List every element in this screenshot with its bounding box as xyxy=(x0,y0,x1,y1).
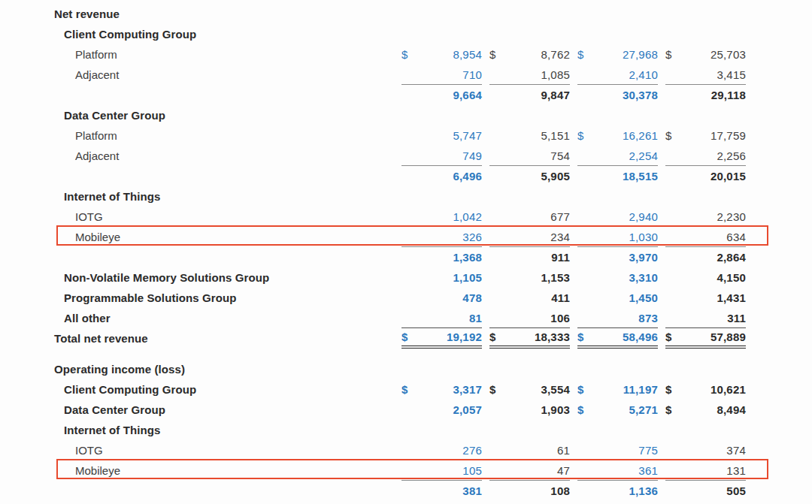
cell-value: 2,410 xyxy=(629,68,658,81)
cell-value: 5,905 xyxy=(541,170,570,183)
cell-oi-subtotal-col3: 1,136 xyxy=(577,481,658,501)
cell-oi-iotg-col4: 374 xyxy=(665,440,746,460)
cell-oi-dcg-col3: $5,271 xyxy=(577,400,658,420)
cell-value: 710 xyxy=(462,68,482,81)
cell-value: 18,515 xyxy=(623,170,658,183)
cell-value: 27,968 xyxy=(623,48,658,61)
cell-ccg-adjacent-col3: 2,410 xyxy=(577,65,658,85)
cell-value: 5,151 xyxy=(541,129,570,142)
cell-nvm-group-col1: 1,105 xyxy=(401,267,482,288)
cell-value: 16,261 xyxy=(623,129,658,142)
row-iot-mobileye: Mobileye3262341,030634 xyxy=(0,227,746,247)
cell-all-other-col3: 873 xyxy=(577,308,658,328)
cell-value: 1,085 xyxy=(541,68,570,81)
cell-ccg-subtotal-col4: 29,118 xyxy=(665,85,746,105)
cell-value: 2,057 xyxy=(453,403,482,416)
cell-all-other-col1: 81 xyxy=(401,308,482,328)
cell-oi-ccg-col4: $10,621 xyxy=(665,379,746,400)
row-label: IOTG xyxy=(0,444,394,457)
cell-value: 2,940 xyxy=(629,210,658,223)
cell-value: 3,970 xyxy=(629,251,658,264)
cell-value: 25,703 xyxy=(710,48,746,61)
cell-value: 1,105 xyxy=(453,271,482,284)
cell-nvm-group-col3: 3,310 xyxy=(577,267,658,288)
cell-ccg-subtotal-col2: 9,847 xyxy=(489,85,570,105)
financial-table: Net revenueClient Computing GroupPlatfor… xyxy=(0,0,812,504)
row-label: Data Center Group xyxy=(0,403,394,416)
cell-value: 131 xyxy=(726,464,746,477)
row-psg-group: Programmable Solutions Group4784111,4501… xyxy=(0,288,746,308)
cell-value: 11,197 xyxy=(623,383,658,396)
cell-dcg-adjacent-col3: 2,254 xyxy=(577,146,658,166)
cell-oi-dcg-col2: 1,903 xyxy=(489,400,570,420)
cell-value: 30,378 xyxy=(623,89,658,101)
cell-nvm-group-col4: 4,150 xyxy=(665,267,746,288)
dollar-sign: $ xyxy=(665,383,671,396)
cell-psg-group-col3: 1,450 xyxy=(577,288,658,308)
cell-value: 326 xyxy=(462,231,482,243)
cell-dcg-adjacent-col4: 2,256 xyxy=(665,146,746,166)
row-operating-income-header: Operating income (loss) xyxy=(0,359,746,379)
cell-ccg-subtotal-col1: 9,664 xyxy=(401,85,482,105)
row-label: Client Computing Group xyxy=(0,28,746,41)
cell-value: 6,496 xyxy=(453,170,482,183)
cell-iot-subtotal-col4: 2,864 xyxy=(665,247,746,267)
cell-value: 8,494 xyxy=(717,403,746,416)
cell-value: 105 xyxy=(462,464,482,477)
cell-value: 754 xyxy=(550,149,570,162)
row-oi-subtotal: 3811081,136505 xyxy=(0,481,746,501)
cell-total-net-revenue-col2: $18,333 xyxy=(489,328,570,349)
cell-value: 234 xyxy=(550,231,570,243)
dollar-sign: $ xyxy=(577,383,583,396)
cell-ccg-platform-col3: $27,968 xyxy=(577,44,658,65)
cell-dcg-adjacent-col1: 749 xyxy=(401,146,482,166)
cell-value: 2,254 xyxy=(629,149,658,162)
cell-nvm-group-col2: 1,153 xyxy=(489,267,570,288)
cell-dcg-subtotal-col3: 18,515 xyxy=(577,166,658,186)
cell-value: 8,954 xyxy=(453,48,482,61)
cell-value: 9,664 xyxy=(453,89,482,101)
cell-value: 1,153 xyxy=(541,271,570,284)
cell-value: 2,864 xyxy=(717,251,746,264)
cell-oi-mobileye-col2: 47 xyxy=(489,460,570,481)
cell-value: 3,310 xyxy=(629,271,658,284)
row-nvm-group: Non-Volatile Memory Solutions Group1,105… xyxy=(0,267,746,288)
cell-value: 1,450 xyxy=(629,291,658,304)
row-label: Internet of Things xyxy=(0,424,746,436)
row-dcg-adjacent: Adjacent7497542,2542,256 xyxy=(0,146,746,166)
cell-iot-iotg-col3: 2,940 xyxy=(577,207,658,227)
cell-value: 2,230 xyxy=(717,210,746,223)
cell-value: 374 xyxy=(726,444,746,457)
dollar-sign: $ xyxy=(401,383,408,396)
dollar-sign: $ xyxy=(665,48,671,61)
cell-iot-mobileye-col4: 634 xyxy=(665,227,746,247)
cell-value: 1,431 xyxy=(717,291,746,304)
cell-oi-mobileye-col3: 361 xyxy=(577,460,658,481)
row-oi-dcg: Data Center Group2,0571,903$5,271$8,494 xyxy=(0,400,746,420)
dollar-sign: $ xyxy=(489,330,495,343)
cell-value: 29,118 xyxy=(711,89,746,101)
cell-ccg-adjacent-col1: 710 xyxy=(401,65,482,85)
cell-oi-iotg-col3: 775 xyxy=(577,440,658,460)
cell-ccg-platform-col1: $8,954 xyxy=(401,44,482,65)
cell-value: 311 xyxy=(727,312,746,324)
cell-ccg-adjacent-col2: 1,085 xyxy=(489,65,570,85)
cell-oi-iotg-col2: 61 xyxy=(489,440,570,460)
cell-value: 478 xyxy=(462,291,482,304)
cell-value: 634 xyxy=(726,231,746,243)
cell-iot-subtotal-col3: 3,970 xyxy=(577,247,658,267)
cell-oi-dcg-col1: 2,057 xyxy=(401,400,482,420)
cell-iot-mobileye-col1: 326 xyxy=(401,227,482,247)
row-label: Adjacent xyxy=(0,68,394,81)
dollar-sign: $ xyxy=(665,330,671,343)
cell-ccg-platform-col2: $8,762 xyxy=(489,44,570,65)
cell-value: 411 xyxy=(551,291,570,304)
cell-psg-group-col1: 478 xyxy=(401,288,482,308)
cell-dcg-subtotal-col1: 6,496 xyxy=(401,166,482,186)
cell-value: 4,150 xyxy=(717,271,746,284)
cell-oi-mobileye-col4: 131 xyxy=(665,460,746,481)
cell-total-net-revenue-col1: $19,192 xyxy=(401,328,482,349)
cell-iot-mobileye-col3: 1,030 xyxy=(577,227,658,247)
cell-value: 5,271 xyxy=(629,403,658,416)
row-oi-ccg: Client Computing Group$3,317$3,554$11,19… xyxy=(0,379,746,400)
